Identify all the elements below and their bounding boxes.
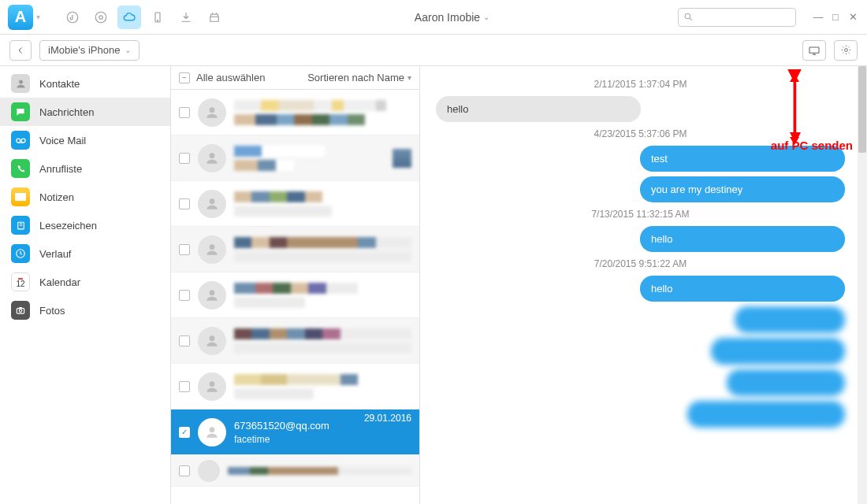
avatar xyxy=(198,372,226,401)
row-checkbox[interactable] xyxy=(179,335,190,346)
svg-point-20 xyxy=(210,335,215,341)
sort-dropdown[interactable]: Sortieren nach Name ▾ xyxy=(307,72,411,83)
contact-row[interactable] xyxy=(171,364,419,410)
sidebar-item-calls[interactable]: Anrufliste xyxy=(0,154,170,183)
app-logo: A xyxy=(8,5,33,30)
contact-row[interactable] xyxy=(171,318,419,364)
row-checkbox[interactable] xyxy=(179,244,190,255)
select-all-checkbox[interactable]: − xyxy=(179,72,190,83)
row-checkbox[interactable] xyxy=(179,290,190,301)
chevron-down-icon: ⌄ xyxy=(125,46,131,54)
voicemail-icon xyxy=(11,131,30,150)
back-button[interactable] xyxy=(9,40,32,61)
sidebar-item-label: Voice Mail xyxy=(39,135,86,146)
sidebar-item-calendar[interactable]: ▬12 Kalendar xyxy=(0,268,170,296)
svg-point-22 xyxy=(210,427,215,432)
sidebar: Kontakte Nachrichten Voice Mail Anruflis… xyxy=(0,66,171,504)
message-out: hello xyxy=(640,226,845,252)
svg-point-2 xyxy=(99,15,103,19)
contact-row[interactable] xyxy=(171,90,419,135)
scrollbar-thumb[interactable] xyxy=(858,66,866,153)
cloud-icon[interactable] xyxy=(117,6,141,29)
download-icon[interactable] xyxy=(174,6,198,29)
conversation-panel: 2/11/2015 1:37:04 PM hello 4/23/2015 5:3… xyxy=(420,66,867,504)
avatar xyxy=(198,235,226,264)
svg-point-21 xyxy=(210,381,215,387)
music-icon[interactable] xyxy=(61,6,84,29)
sidebar-item-label: Nachrichten xyxy=(39,106,94,118)
account-dropdown[interactable]: Aaron Imobie ⌄ xyxy=(231,11,673,24)
row-checkbox[interactable] xyxy=(179,153,190,164)
chevron-down-icon: ⌄ xyxy=(483,13,489,21)
vertical-scrollbar[interactable] xyxy=(858,66,867,504)
sidebar-item-messages[interactable]: Nachrichten xyxy=(0,98,170,126)
export-to-pc-button[interactable] xyxy=(802,40,826,61)
settings-button[interactable] xyxy=(834,40,858,61)
calendar-icon: ▬12 xyxy=(11,272,30,291)
message-out-redacted xyxy=(687,401,845,428)
sidebar-item-history[interactable]: Verlauf xyxy=(0,239,170,268)
sidebar-item-label: Kontakte xyxy=(39,78,80,90)
row-checkbox[interactable] xyxy=(179,198,190,209)
row-checkbox[interactable] xyxy=(179,381,190,392)
toolbox-icon[interactable] xyxy=(203,6,226,29)
contacts-icon xyxy=(11,74,30,93)
avatar xyxy=(198,144,226,172)
maximize-button[interactable]: □ xyxy=(829,11,842,24)
sidebar-item-bookmarks[interactable]: Lesezeichen xyxy=(0,211,170,239)
contact-row-selected[interactable]: ✓ 673651520@qq.com facetime 29.01.2016 xyxy=(171,410,419,455)
contact-preview xyxy=(234,191,411,217)
account-name: Aaron Imobie xyxy=(415,11,480,24)
svg-point-10 xyxy=(21,139,25,143)
contact-preview xyxy=(234,100,411,125)
sidebar-item-contacts[interactable]: Kontakte xyxy=(0,69,170,98)
row-checkbox[interactable]: ✓ xyxy=(179,427,190,438)
svg-point-5 xyxy=(685,13,690,19)
avatar xyxy=(198,418,226,447)
notes-icon xyxy=(11,187,30,206)
sidebar-item-photos[interactable]: Fotos xyxy=(0,296,170,324)
avatar xyxy=(198,281,226,309)
contacts-header: − Alle auswählen Sortieren nach Name ▾ xyxy=(171,66,419,90)
sidebar-item-label: Notizen xyxy=(39,191,74,203)
device-selector[interactable]: iMobie's iPhone ⌄ xyxy=(39,40,140,61)
sidebar-item-notes[interactable]: Notizen xyxy=(0,183,170,211)
minimize-button[interactable]: — xyxy=(812,11,824,24)
contact-row[interactable] xyxy=(171,135,419,181)
message-out: you are my destiney xyxy=(640,176,845,202)
target-icon[interactable] xyxy=(89,6,113,29)
device-icon[interactable] xyxy=(146,6,169,29)
timestamp: 4/23/2015 5:37:06 PM xyxy=(436,128,845,139)
logo-dropdown-icon[interactable]: ▾ xyxy=(36,13,40,21)
contact-preview xyxy=(234,328,411,354)
clock-icon xyxy=(11,244,30,263)
close-button[interactable]: ✕ xyxy=(847,11,859,24)
contact-list: ✓ 673651520@qq.com facetime 29.01.2016 xyxy=(171,90,419,504)
contact-preview xyxy=(228,467,411,475)
svg-point-16 xyxy=(210,153,215,158)
contact-row[interactable] xyxy=(171,455,419,487)
contact-preview xyxy=(234,283,411,308)
navigation-bar: iMobie's iPhone ⌄ xyxy=(0,35,867,66)
svg-point-7 xyxy=(844,49,847,52)
top-toolbar: A ▾ Aaron Imobie ⌄ — □ ✕ xyxy=(0,0,867,35)
messages-icon xyxy=(11,102,30,121)
chevron-down-icon: ▾ xyxy=(407,73,411,82)
device-name: iMobie's iPhone xyxy=(48,44,120,56)
contact-name: 673651520@qq.com xyxy=(234,420,356,432)
contact-row[interactable] xyxy=(171,227,419,272)
timestamp: 7/13/2015 11:32:15 AM xyxy=(436,209,845,220)
row-checkbox[interactable] xyxy=(179,465,190,476)
timestamp: 7/20/2015 9:51:22 AM xyxy=(436,258,845,269)
message-out-redacted xyxy=(735,306,845,333)
sidebar-item-voicemail[interactable]: Voice Mail xyxy=(0,126,170,154)
contact-row[interactable] xyxy=(171,272,419,318)
avatar xyxy=(198,327,226,355)
annotation-text: auf PC senden xyxy=(771,139,853,152)
contact-row[interactable] xyxy=(171,181,419,227)
message-in: hello xyxy=(436,96,641,122)
search-input[interactable] xyxy=(678,8,796,27)
svg-point-15 xyxy=(210,107,215,113)
row-checkbox[interactable] xyxy=(179,107,190,118)
phone-icon xyxy=(11,159,30,178)
